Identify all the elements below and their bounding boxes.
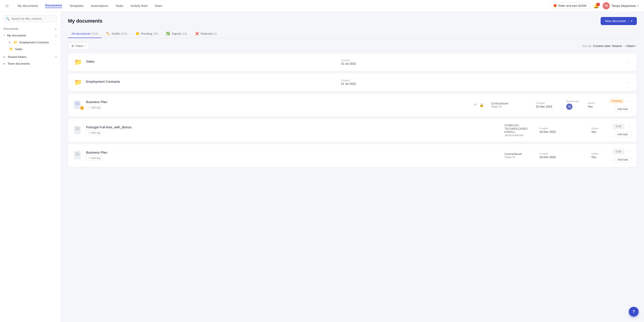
add-task-button[interactable]: Add task — [614, 106, 631, 112]
new-document-button[interactable]: New document ▾ — [600, 17, 637, 25]
add-tag-button[interactable]: + Add tag — [86, 156, 103, 160]
owner-section: Owner You — [591, 152, 609, 159]
plus-icon: + — [88, 156, 90, 160]
nav-documents[interactable]: Documents — [45, 4, 62, 8]
notifications-button[interactable]: 🔔 1 — [594, 3, 599, 8]
draft-icon: ✏️ — [106, 32, 110, 35]
new-doc-dropdown-arrow: ▾ — [628, 20, 632, 22]
table-row: ! Business Plan + Add tag 👁 🔒 Contractbo… — [68, 93, 637, 117]
user-menu[interactable]: TS Tanya Stoyanova ▾ — [603, 2, 639, 10]
actions-column: Draft ··· Add task — [613, 148, 631, 162]
created-section: Created 16 Dec 2022 — [539, 152, 566, 159]
view-icon: 👁 — [474, 103, 477, 107]
doc-name: Employment Contracts — [86, 80, 338, 84]
owner-section: Owner You — [591, 127, 609, 134]
nav-team[interactable]: Team — [154, 4, 162, 8]
more-options-button[interactable]: ··· — [626, 79, 631, 86]
add-shared-folder-button[interactable]: + — [55, 55, 57, 59]
actions-column: Pending ··· Add task — [609, 98, 631, 112]
doc-company-info: Contractbook Tanya St — [488, 102, 532, 108]
created-section: Created 20 Dec 2022 — [536, 102, 562, 108]
status-badge: Draft — [613, 124, 624, 129]
search-bar: 🔍 — [4, 15, 57, 22]
chevron-down-icon: ▾ — [637, 4, 639, 8]
sort-value: Creation date: Newest → Oldest — [593, 44, 634, 48]
refer-earn-button[interactable]: 🎁 Refer and earn $1000 — [550, 2, 590, 9]
doc-info: Portugal Full-time_with_Bonus + Add tag — [86, 125, 488, 135]
sort-by-label: Sort by: — [582, 44, 592, 48]
document-icon: ! — [74, 100, 82, 109]
folder-icon: 📁 — [74, 58, 82, 67]
help-button[interactable]: ? — [629, 307, 639, 317]
owner-section: Owner You — [588, 102, 606, 108]
tab-drafts[interactable]: ✏️ Drafts (163) — [103, 30, 131, 38]
sidebar-item-employment-contracts[interactable]: ▶ 📁 Employment Contracts — [0, 39, 60, 46]
nav-home[interactable]: My documents — [18, 4, 38, 8]
company-name: Contractbook — [504, 152, 536, 156]
plus-icon: + — [88, 106, 90, 109]
documents-section: Documents ▲ ▾ My documents + ▶ 📁 Employm… — [0, 26, 60, 67]
doc-name: Business Plan — [86, 100, 470, 104]
doc-info: Business Plan + Add tag — [86, 100, 470, 110]
main-header: My documents New document ▾ — [68, 17, 637, 25]
sort-control[interactable]: Sort by: Creation date: Newest → Oldest … — [582, 44, 637, 48]
document-icon — [74, 151, 82, 160]
doc-info: Business Plan + Add tag — [86, 150, 488, 160]
sidebar-item-sales[interactable]: 📁 Sales — [0, 46, 60, 52]
sidebar-item-team-documents[interactable]: ▶ Team documents — [0, 60, 60, 67]
add-tag-button[interactable]: + Add tag — [86, 105, 103, 110]
sidebar-item-my-documents[interactable]: ▾ My documents + — [0, 32, 60, 39]
document-tabs: All documents (210) ✏️ Drafts (163) 🟡 Pe… — [68, 30, 637, 38]
more-options-button[interactable]: ··· — [626, 59, 631, 65]
person-name: Tanya St — [504, 156, 536, 159]
filter-chevron-icon: ▾ — [84, 44, 86, 48]
nav-activity-feed[interactable]: Activity feed — [130, 4, 147, 8]
doc-company-info: GTMPLEO TECHNOLOGIES PORTU... Jacob Ande… — [491, 124, 536, 137]
document-list: 📁 Sales Created 21 Jul 2022 ··· 📁 Emp — [68, 53, 637, 169]
doc-name: Sales — [86, 60, 338, 63]
folder-icon: 📁 — [74, 78, 82, 87]
sidebar-folder-label: Sales — [15, 48, 22, 51]
tab-signed[interactable]: ✅ Signed (18) — [162, 30, 191, 38]
chevron-up-icon: ▲ — [54, 28, 57, 30]
avatar: TS — [603, 2, 610, 10]
person-name: Jacob Andersen — [504, 134, 536, 137]
documents-section-header[interactable]: Documents ▲ — [0, 26, 60, 32]
tab-rejected[interactable]: ❌ Rejected (1) — [192, 30, 221, 38]
nav-tasks[interactable]: Tasks — [116, 4, 124, 8]
created-section: Created 16 Dec 2022 — [539, 127, 566, 134]
my-documents-label: My documents — [7, 34, 26, 37]
lock-icon: 🔒 — [480, 103, 484, 107]
add-task-button[interactable]: Add task — [614, 132, 631, 137]
more-options-button[interactable]: ··· — [626, 148, 631, 155]
add-document-button[interactable]: + — [55, 33, 57, 37]
sort-chevron-icon: ▾ — [636, 44, 637, 48]
person-name: Tanya St — [491, 105, 532, 108]
company-name: GTMPLEO TECHNOLOGIES PORTU... — [504, 124, 536, 134]
add-task-button[interactable]: Add task — [614, 157, 631, 162]
app-logo: ⊙ — [5, 3, 9, 8]
shared-folders-label: Shared folders — [8, 55, 26, 58]
tab-pending[interactable]: 🟡 Pending (28) — [132, 30, 162, 38]
doc-info: Employment Contracts — [86, 80, 338, 85]
doc-company-info: Contractbook Tanya St — [491, 152, 536, 159]
more-options-button[interactable]: ··· — [626, 123, 631, 130]
table-row: Business Plan + Add tag Contractbook Tan… — [68, 144, 637, 167]
company-name: Contractbook — [491, 102, 532, 105]
table-row[interactable]: 📁 Employment Contracts Created 21 Jul 20… — [68, 73, 637, 92]
nav-templates[interactable]: Templates — [69, 4, 84, 8]
table-row[interactable]: 📁 Sales Created 21 Jul 2022 ··· — [68, 53, 637, 71]
topnav: ⊙ My documents Documents Templates Autom… — [0, 0, 644, 12]
more-options-button[interactable]: ··· — [626, 98, 631, 104]
filters-bar: ⚙ Filters ▾ Sort by: Creation date: Newe… — [68, 42, 637, 50]
search-input[interactable] — [4, 15, 57, 22]
add-tag-button[interactable]: + Add tag — [86, 130, 103, 135]
gift-icon: 🎁 — [553, 4, 557, 8]
doc-name: Business Plan — [86, 150, 488, 154]
doc-name: Portugal Full-time_with_Bonus — [86, 125, 488, 129]
filters-button[interactable]: ⚙ Filters ▾ — [68, 42, 89, 50]
sidebar-item-shared-folders[interactable]: ▶ Shared folders + — [0, 53, 60, 60]
chevron-right-icon: ▶ — [4, 62, 5, 65]
tab-all-documents[interactable]: All documents (210) — [68, 30, 102, 38]
nav-automations[interactable]: Automations — [91, 4, 108, 8]
